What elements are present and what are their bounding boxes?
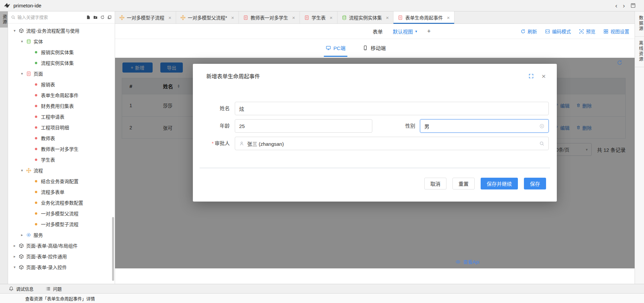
tree-item-label: 业务化流程参数配置 — [41, 199, 83, 206]
预览-button[interactable]: 预览 — [579, 28, 595, 35]
tree-item[interactable]: ▾ 流程 — [8, 165, 115, 176]
editor-tab[interactable]: 一对多模型子流程 × — [115, 11, 176, 24]
right-rail: 数据源 离线资源 — [635, 11, 644, 284]
close-icon[interactable]: × — [330, 15, 333, 20]
tree-item[interactable]: 工程申请表 — [8, 111, 115, 122]
close-icon[interactable]: × — [168, 15, 171, 20]
phone-icon — [363, 45, 368, 50]
nav-forward-icon[interactable]: › — [623, 2, 625, 9]
age-field[interactable]: 25 — [235, 119, 372, 133]
gear-icon — [26, 232, 31, 237]
tree-item[interactable]: ▾ 实体 — [8, 36, 115, 47]
tree-item[interactable]: 业务化流程参数配置 — [8, 197, 115, 208]
tree-item[interactable]: ▾ 页面-表单-录入控件 — [8, 262, 115, 272]
age-label: 年龄 — [193, 119, 230, 133]
nav-back-icon[interactable]: ‹ — [615, 2, 617, 9]
caret-icon[interactable]: ▸ — [13, 244, 16, 248]
editor-tab[interactable]: 流程实例实体集 × — [337, 11, 394, 24]
close-icon[interactable]: × — [386, 15, 389, 20]
tree-item[interactable]: 流程实例实体集 — [8, 57, 115, 68]
close-icon[interactable]: × — [447, 15, 450, 20]
add-view-button[interactable]: + — [427, 28, 431, 35]
cube-icon — [19, 254, 24, 259]
close-icon[interactable]: × — [231, 15, 234, 20]
tree-item-label: 财务费用归集表 — [41, 102, 74, 109]
tree-item[interactable]: ▾ 流程-业务流程配置与使用 — [8, 25, 115, 36]
dot-icon — [35, 116, 37, 118]
debug-info-button[interactable]: 调试信息 — [9, 286, 34, 292]
tree-item[interactable]: 教师表 — [8, 133, 115, 143]
caret-icon[interactable]: ▾ — [13, 265, 16, 269]
db-icon — [342, 15, 347, 20]
window-icon[interactable] — [630, 3, 636, 8]
tree-item[interactable]: 财务费用归集表 — [8, 100, 115, 111]
tree-item[interactable]: 报销实例实体集 — [8, 47, 115, 57]
tree-item[interactable]: 报销表 — [8, 79, 115, 90]
caret-icon[interactable]: ▾ — [20, 168, 24, 173]
编码模式-button[interactable]: 编码模式 — [545, 28, 571, 35]
视图设置-button[interactable]: 视图设置 — [603, 28, 629, 35]
editor-tab[interactable]: 表单生命周起事件 × — [393, 11, 454, 24]
refresh-icon — [521, 29, 526, 34]
sidebar-scrollbar[interactable] — [112, 217, 114, 281]
tab-pc[interactable]: PC端 — [326, 39, 345, 57]
expand-icon[interactable] — [529, 74, 534, 79]
clear-icon[interactable] — [539, 124, 544, 129]
device-row: PC端 移动端 — [115, 39, 635, 57]
tree-item[interactable]: ▸ 页面-表单-控件通用 — [8, 251, 115, 262]
monitor-icon — [326, 45, 331, 50]
close-icon[interactable]: × — [292, 15, 295, 20]
tree-item-label: 结合业务查询配置 — [41, 178, 78, 184]
name-field[interactable]: 炫 — [235, 102, 549, 115]
search-input[interactable] — [17, 15, 84, 20]
new-resource-icon[interactable] — [86, 15, 91, 19]
list-icon — [46, 286, 51, 291]
save-button[interactable]: 保存 — [524, 178, 546, 189]
save-continue-button[interactable]: 保存并继续 — [481, 178, 518, 189]
gender-field[interactable]: 男 — [420, 119, 549, 133]
rail-tab-resources[interactable]: 资源 — [0, 11, 8, 28]
tree-item[interactable]: 工程项目明细 — [8, 122, 115, 133]
tree-item[interactable]: ▾ 页面 — [8, 68, 115, 79]
caret-icon[interactable]: ▾ — [20, 39, 24, 44]
editor-tab[interactable]: 学生表 × — [300, 11, 337, 24]
cube-icon — [19, 265, 24, 270]
刷新-button[interactable]: 刷新 — [521, 28, 537, 35]
reset-button[interactable]: 重置 — [452, 178, 475, 189]
tree-item[interactable]: 一对多模型子流程 — [8, 219, 115, 229]
view-selector[interactable]: 默认视图 ▾ — [393, 28, 417, 35]
db-icon — [26, 39, 31, 44]
tree-item[interactable]: 教师表一对多学生 — [8, 143, 115, 154]
tree-item[interactable]: 流程多表单 — [8, 186, 115, 197]
collapse-all-icon[interactable] — [107, 15, 112, 19]
caret-icon[interactable]: ▸ — [13, 254, 16, 259]
editor-tab[interactable]: 一对多模型父流程* × — [176, 11, 239, 24]
tree-item[interactable]: 一对多模型父流程 — [8, 208, 115, 219]
tree-item[interactable]: 学生表 — [8, 154, 115, 165]
tab-mobile[interactable]: 移动端 — [363, 39, 386, 57]
tree-item-label: 流程多表单 — [41, 188, 64, 195]
main-area: 一对多模型子流程 × 一对多模型父流程* × 教师表一对多学生 × 学生表 × … — [115, 11, 635, 284]
caret-icon[interactable]: ▸ — [20, 233, 24, 237]
tree-item[interactable]: ▸ 页面-表单-高级/布局组件 — [8, 240, 115, 251]
new-folder-icon[interactable] — [93, 15, 98, 19]
tree-item[interactable]: 表单生命周起事件 — [8, 90, 115, 100]
rail-tab-0[interactable]: 数据源 — [635, 11, 644, 37]
caret-icon[interactable]: ▾ — [13, 29, 16, 33]
problems-button[interactable]: 问题 — [46, 286, 62, 292]
tree-item[interactable]: 结合业务查询配置 — [8, 176, 115, 186]
close-icon[interactable]: × — [542, 73, 546, 80]
dot-icon — [35, 51, 37, 53]
cancel-button[interactable]: 取消 — [424, 178, 446, 189]
search-icon[interactable] — [539, 141, 544, 146]
resource-tree: ▾ 流程-业务流程配置与使用 ▾ 实体 报销实例实体集 流程实例实体集 ▾ 页面… — [8, 24, 115, 284]
approver-field[interactable]: 张三 (zhangsan) — [235, 137, 549, 150]
refresh-tree-icon[interactable] — [100, 15, 105, 19]
caret-icon[interactable]: ▾ — [20, 72, 24, 76]
tree-item[interactable]: ▸ 服务 — [8, 229, 115, 240]
rail-tab-1[interactable]: 离线资源 — [635, 37, 644, 67]
view-api-link[interactable]: 查看Api — [455, 258, 479, 265]
content-refresh-icon[interactable] — [617, 60, 623, 66]
dot-icon — [35, 94, 37, 96]
editor-tab[interactable]: 教师表一对多学生 × — [239, 11, 300, 24]
